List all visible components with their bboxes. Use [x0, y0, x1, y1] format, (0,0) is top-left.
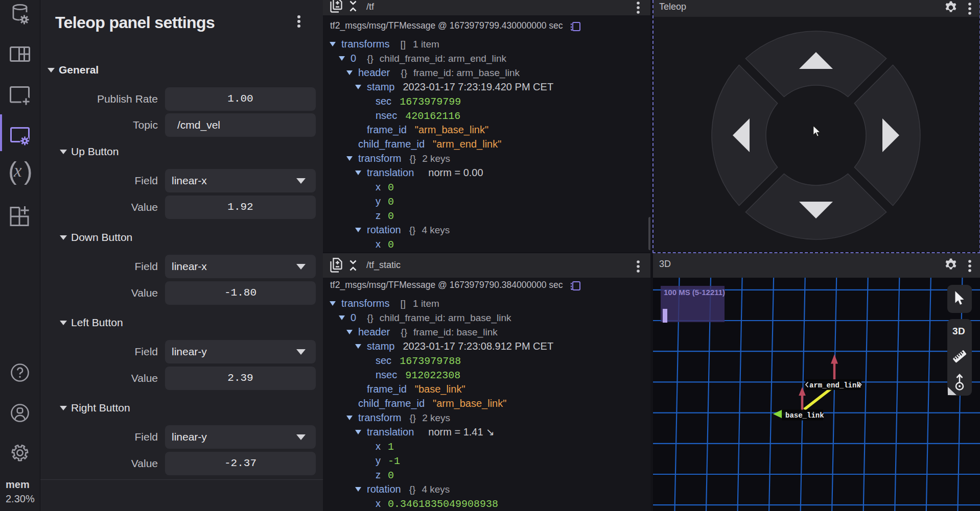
svg-text:base_link: base_link	[785, 411, 824, 420]
svg-text:arm_end_link: arm_end_link	[809, 381, 861, 390]
